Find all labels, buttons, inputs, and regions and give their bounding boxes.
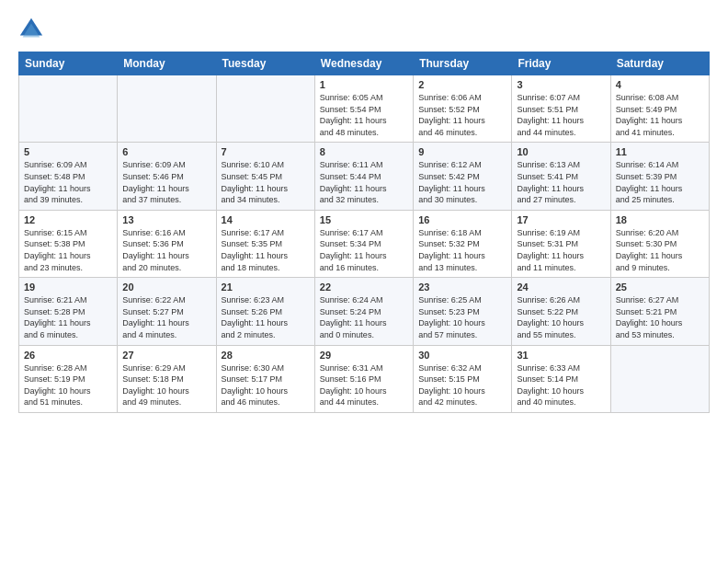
- day-info: Sunrise: 6:12 AM Sunset: 5:42 PM Dayligh…: [418, 159, 506, 205]
- calendar-cell: 16Sunrise: 6:18 AM Sunset: 5:32 PM Dayli…: [414, 210, 512, 277]
- day-info: Sunrise: 6:14 AM Sunset: 5:39 PM Dayligh…: [616, 159, 704, 205]
- day-number: 13: [122, 214, 210, 225]
- day-info: Sunrise: 6:20 AM Sunset: 5:30 PM Dayligh…: [616, 227, 704, 273]
- day-number: 4: [616, 79, 704, 90]
- page: SundayMondayTuesdayWednesdayThursdayFrid…: [0, 0, 728, 563]
- calendar-cell: 5Sunrise: 6:09 AM Sunset: 5:48 PM Daylig…: [19, 143, 118, 210]
- day-number: 20: [122, 282, 210, 293]
- day-number: 2: [418, 79, 506, 90]
- week-row-5: 26Sunrise: 6:28 AM Sunset: 5:19 PM Dayli…: [19, 345, 710, 412]
- calendar-cell: [118, 75, 216, 143]
- dow-header-friday: Friday: [512, 52, 610, 75]
- calendar-cell: 17Sunrise: 6:19 AM Sunset: 5:31 PM Dayli…: [512, 210, 610, 277]
- day-number: 15: [320, 214, 408, 225]
- calendar-cell: 1Sunrise: 6:05 AM Sunset: 5:54 PM Daylig…: [314, 75, 413, 143]
- week-row-3: 12Sunrise: 6:15 AM Sunset: 5:38 PM Dayli…: [19, 210, 710, 277]
- calendar-cell: 27Sunrise: 6:29 AM Sunset: 5:18 PM Dayli…: [118, 345, 216, 412]
- day-info: Sunrise: 6:24 AM Sunset: 5:24 PM Dayligh…: [320, 294, 408, 340]
- day-info: Sunrise: 6:16 AM Sunset: 5:36 PM Dayligh…: [122, 227, 210, 273]
- calendar-cell: 30Sunrise: 6:32 AM Sunset: 5:15 PM Dayli…: [414, 345, 512, 412]
- day-number: 21: [222, 282, 310, 293]
- calendar-cell: 14Sunrise: 6:17 AM Sunset: 5:35 PM Dayli…: [216, 210, 314, 277]
- calendar-cell: [19, 75, 118, 143]
- dow-header-wednesday: Wednesday: [314, 52, 413, 75]
- day-number: 6: [122, 146, 210, 157]
- day-info: Sunrise: 6:15 AM Sunset: 5:38 PM Dayligh…: [24, 227, 112, 273]
- day-number: 3: [517, 79, 605, 90]
- day-info: Sunrise: 6:19 AM Sunset: 5:31 PM Dayligh…: [517, 227, 605, 273]
- calendar-cell: 18Sunrise: 6:20 AM Sunset: 5:30 PM Dayli…: [610, 210, 709, 277]
- calendar-cell: 2Sunrise: 6:06 AM Sunset: 5:52 PM Daylig…: [414, 75, 512, 143]
- day-info: Sunrise: 6:22 AM Sunset: 5:27 PM Dayligh…: [122, 294, 210, 340]
- day-number: 31: [517, 350, 605, 361]
- week-row-1: 1Sunrise: 6:05 AM Sunset: 5:54 PM Daylig…: [19, 75, 710, 143]
- day-info: Sunrise: 6:10 AM Sunset: 5:45 PM Dayligh…: [222, 159, 310, 205]
- day-number: 14: [222, 214, 310, 225]
- day-number: 19: [24, 282, 112, 293]
- calendar-cell: 13Sunrise: 6:16 AM Sunset: 5:36 PM Dayli…: [118, 210, 216, 277]
- logo: [18, 17, 48, 42]
- calendar-cell: 20Sunrise: 6:22 AM Sunset: 5:27 PM Dayli…: [118, 278, 216, 345]
- calendar-cell: 25Sunrise: 6:27 AM Sunset: 5:21 PM Dayli…: [610, 278, 709, 345]
- day-info: Sunrise: 6:09 AM Sunset: 5:46 PM Dayligh…: [122, 159, 210, 205]
- day-number: 26: [24, 350, 112, 361]
- day-info: Sunrise: 6:06 AM Sunset: 5:52 PM Dayligh…: [418, 92, 506, 138]
- day-info: Sunrise: 6:08 AM Sunset: 5:49 PM Dayligh…: [616, 92, 704, 138]
- calendar-cell: 21Sunrise: 6:23 AM Sunset: 5:26 PM Dayli…: [216, 278, 314, 345]
- day-number: 23: [418, 282, 506, 293]
- calendar-cell: 3Sunrise: 6:07 AM Sunset: 5:51 PM Daylig…: [512, 75, 610, 143]
- calendar-cell: 29Sunrise: 6:31 AM Sunset: 5:16 PM Dayli…: [314, 345, 413, 412]
- day-number: 25: [616, 282, 704, 293]
- day-number: 29: [320, 350, 408, 361]
- header: [18, 17, 710, 42]
- day-info: Sunrise: 6:23 AM Sunset: 5:26 PM Dayligh…: [222, 294, 310, 340]
- day-number: 10: [517, 146, 605, 157]
- calendar-body: 1Sunrise: 6:05 AM Sunset: 5:54 PM Daylig…: [19, 75, 710, 413]
- day-info: Sunrise: 6:21 AM Sunset: 5:28 PM Dayligh…: [24, 294, 112, 340]
- calendar-cell: 9Sunrise: 6:12 AM Sunset: 5:42 PM Daylig…: [414, 143, 512, 210]
- calendar: SundayMondayTuesdayWednesdayThursdayFrid…: [18, 52, 710, 413]
- day-number: 16: [418, 214, 506, 225]
- day-number: 27: [122, 350, 210, 361]
- day-number: 30: [418, 350, 506, 361]
- calendar-cell: 19Sunrise: 6:21 AM Sunset: 5:28 PM Dayli…: [19, 278, 118, 345]
- day-info: Sunrise: 6:30 AM Sunset: 5:17 PM Dayligh…: [222, 362, 310, 408]
- day-info: Sunrise: 6:29 AM Sunset: 5:18 PM Dayligh…: [122, 362, 210, 408]
- calendar-cell: 7Sunrise: 6:10 AM Sunset: 5:45 PM Daylig…: [216, 143, 314, 210]
- dow-header-monday: Monday: [118, 52, 216, 75]
- day-info: Sunrise: 6:25 AM Sunset: 5:23 PM Dayligh…: [418, 294, 506, 340]
- day-number: 9: [418, 146, 506, 157]
- calendar-cell: [216, 75, 314, 143]
- logo-icon: [18, 17, 44, 42]
- day-info: Sunrise: 6:28 AM Sunset: 5:19 PM Dayligh…: [24, 362, 112, 408]
- day-info: Sunrise: 6:17 AM Sunset: 5:35 PM Dayligh…: [222, 227, 310, 273]
- calendar-cell: 6Sunrise: 6:09 AM Sunset: 5:46 PM Daylig…: [118, 143, 216, 210]
- dow-header-thursday: Thursday: [414, 52, 512, 75]
- day-number: 24: [517, 282, 605, 293]
- day-info: Sunrise: 6:17 AM Sunset: 5:34 PM Dayligh…: [320, 227, 408, 273]
- dow-header-sunday: Sunday: [19, 52, 118, 75]
- day-info: Sunrise: 6:31 AM Sunset: 5:16 PM Dayligh…: [320, 362, 408, 408]
- day-number: 11: [616, 146, 704, 157]
- day-info: Sunrise: 6:18 AM Sunset: 5:32 PM Dayligh…: [418, 227, 506, 273]
- dow-header-saturday: Saturday: [610, 52, 709, 75]
- calendar-cell: 15Sunrise: 6:17 AM Sunset: 5:34 PM Dayli…: [314, 210, 413, 277]
- day-info: Sunrise: 6:27 AM Sunset: 5:21 PM Dayligh…: [616, 294, 704, 340]
- day-info: Sunrise: 6:11 AM Sunset: 5:44 PM Dayligh…: [320, 159, 408, 205]
- day-info: Sunrise: 6:05 AM Sunset: 5:54 PM Dayligh…: [320, 92, 408, 138]
- day-of-week-row: SundayMondayTuesdayWednesdayThursdayFrid…: [19, 52, 710, 75]
- day-number: 1: [320, 79, 408, 90]
- day-info: Sunrise: 6:07 AM Sunset: 5:51 PM Dayligh…: [517, 92, 605, 138]
- calendar-cell: 23Sunrise: 6:25 AM Sunset: 5:23 PM Dayli…: [414, 278, 512, 345]
- calendar-cell: 31Sunrise: 6:33 AM Sunset: 5:14 PM Dayli…: [512, 345, 610, 412]
- calendar-cell: 22Sunrise: 6:24 AM Sunset: 5:24 PM Dayli…: [314, 278, 413, 345]
- day-number: 18: [616, 214, 704, 225]
- calendar-cell: 12Sunrise: 6:15 AM Sunset: 5:38 PM Dayli…: [19, 210, 118, 277]
- calendar-cell: [610, 345, 709, 412]
- calendar-cell: 8Sunrise: 6:11 AM Sunset: 5:44 PM Daylig…: [314, 143, 413, 210]
- day-number: 17: [517, 214, 605, 225]
- calendar-cell: 28Sunrise: 6:30 AM Sunset: 5:17 PM Dayli…: [216, 345, 314, 412]
- calendar-cell: 24Sunrise: 6:26 AM Sunset: 5:22 PM Dayli…: [512, 278, 610, 345]
- calendar-cell: 11Sunrise: 6:14 AM Sunset: 5:39 PM Dayli…: [610, 143, 709, 210]
- week-row-2: 5Sunrise: 6:09 AM Sunset: 5:48 PM Daylig…: [19, 143, 710, 210]
